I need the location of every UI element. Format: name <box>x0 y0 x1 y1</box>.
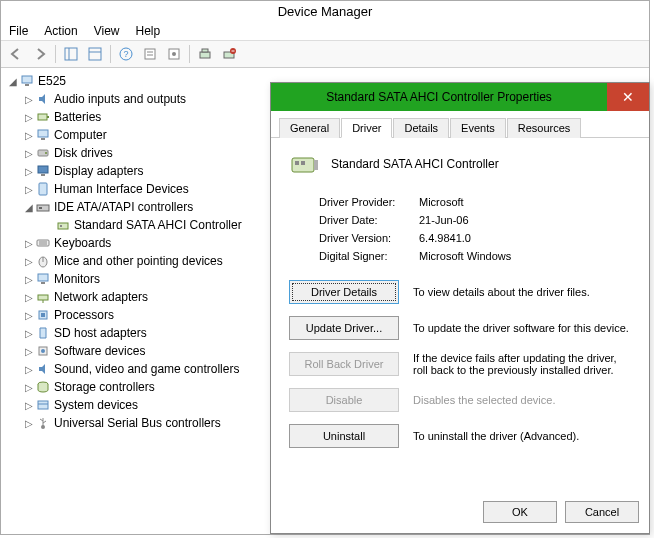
forward-icon[interactable] <box>29 43 51 65</box>
tree-item[interactable]: ▷Software devices <box>3 342 279 360</box>
category-icon <box>35 109 51 125</box>
cancel-button[interactable]: Cancel <box>565 501 639 523</box>
collapse-icon[interactable]: ◢ <box>23 202 35 213</box>
tree-item[interactable]: ▷Sound, video and game controllers <box>3 360 279 378</box>
dialog-titlebar[interactable]: Standard SATA AHCI Controller Properties… <box>271 83 649 111</box>
uninstall-hardware-icon[interactable] <box>218 43 240 65</box>
tab-resources[interactable]: Resources <box>507 118 582 138</box>
menu-action[interactable]: Action <box>44 24 77 38</box>
ok-button[interactable]: OK <box>483 501 557 523</box>
disable-desc: Disables the selected device. <box>413 394 631 406</box>
tree-item[interactable]: ▷Audio inputs and outputs <box>3 90 279 108</box>
svg-rect-11 <box>200 52 210 58</box>
expand-icon[interactable]: ▷ <box>23 364 35 375</box>
tab-strip: General Driver Details Events Resources <box>271 111 649 138</box>
computer-icon <box>19 73 35 89</box>
svg-rect-51 <box>301 161 305 165</box>
expand-icon[interactable]: ▷ <box>23 256 35 267</box>
tree-item[interactable]: ▷Display adapters <box>3 162 279 180</box>
properties-icon[interactable] <box>163 43 185 65</box>
menu-file[interactable]: File <box>9 24 28 38</box>
menu-help[interactable]: Help <box>136 24 161 38</box>
expand-icon[interactable]: ▷ <box>23 400 35 411</box>
tree-item-label: Network adapters <box>54 290 148 304</box>
tab-events[interactable]: Events <box>450 118 506 138</box>
tree-item-label: System devices <box>54 398 138 412</box>
menubar: File Action View Help <box>1 22 649 41</box>
menu-view[interactable]: View <box>94 24 120 38</box>
tab-details[interactable]: Details <box>393 118 449 138</box>
expand-icon[interactable]: ▷ <box>23 346 35 357</box>
tree-item-label: Batteries <box>54 110 101 124</box>
tree-item-label: Keyboards <box>54 236 111 250</box>
rollback-driver-desc: If the device fails after updating the d… <box>413 352 631 376</box>
expand-icon[interactable]: ▷ <box>23 310 35 321</box>
expand-icon[interactable]: ▷ <box>23 166 35 177</box>
tree-item[interactable]: ▷Processors <box>3 306 279 324</box>
tab-driver[interactable]: Driver <box>341 118 392 138</box>
svg-rect-52 <box>314 160 318 170</box>
svg-point-23 <box>45 152 47 154</box>
svg-rect-6 <box>145 49 155 59</box>
back-icon[interactable] <box>5 43 27 65</box>
expand-icon[interactable]: ▷ <box>23 238 35 249</box>
window-title: Device Manager <box>1 1 649 22</box>
tree-item[interactable]: ◢IDE ATA/ATAPI controllers <box>3 198 279 216</box>
tree-item-label: Disk drives <box>54 146 113 160</box>
tree-item[interactable]: Standard SATA AHCI Controller <box>3 216 279 234</box>
expand-icon[interactable]: ▷ <box>23 112 35 123</box>
tree-item[interactable]: ▷Network adapters <box>3 288 279 306</box>
device-icon <box>55 217 71 233</box>
svg-rect-16 <box>22 76 32 83</box>
driver-details-button[interactable]: Driver Details <box>289 280 399 304</box>
category-icon <box>35 397 51 413</box>
show-hide-icon[interactable] <box>60 43 82 65</box>
proplist-icon[interactable] <box>139 43 161 65</box>
svg-rect-19 <box>47 116 49 118</box>
category-icon <box>35 91 51 107</box>
device-card-icon <box>289 148 321 180</box>
expand-icon[interactable]: ▷ <box>23 274 35 285</box>
detail-icon[interactable] <box>84 43 106 65</box>
category-icon <box>35 325 51 341</box>
tree-item-label: Software devices <box>54 344 145 358</box>
collapse-icon[interactable]: ◢ <box>7 76 19 87</box>
category-icon <box>35 181 51 197</box>
tree-item[interactable]: ▷Universal Serial Bus controllers <box>3 414 279 432</box>
tree-item[interactable]: ▷Computer <box>3 126 279 144</box>
tree-item[interactable]: ▷System devices <box>3 396 279 414</box>
tree-item-label: Standard SATA AHCI Controller <box>74 218 242 232</box>
tree-item[interactable]: ▷Mice and other pointing devices <box>3 252 279 270</box>
expand-icon[interactable]: ▷ <box>23 184 35 195</box>
tab-general[interactable]: General <box>279 118 340 138</box>
close-icon[interactable]: ✕ <box>607 83 649 111</box>
expand-icon[interactable]: ▷ <box>23 292 35 303</box>
update-driver-button[interactable]: Update Driver... <box>289 316 399 340</box>
tree-item-label: Monitors <box>54 272 100 286</box>
expand-icon[interactable]: ▷ <box>23 418 35 429</box>
tree-item[interactable]: ▷Keyboards <box>3 234 279 252</box>
device-tree[interactable]: ◢ E525 ▷Audio inputs and outputs▷Batteri… <box>1 68 281 533</box>
tree-item[interactable]: ▷Storage controllers <box>3 378 279 396</box>
uninstall-button[interactable]: Uninstall <box>289 424 399 448</box>
svg-rect-25 <box>41 174 45 176</box>
expand-icon[interactable]: ▷ <box>23 148 35 159</box>
scan-hardware-icon[interactable] <box>194 43 216 65</box>
date-value: 21-Jun-06 <box>419 214 469 226</box>
tree-item[interactable]: ▷Batteries <box>3 108 279 126</box>
tree-item[interactable]: ▷Disk drives <box>3 144 279 162</box>
help-icon[interactable]: ? <box>115 43 137 65</box>
provider-value: Microsoft <box>419 196 464 208</box>
tree-item[interactable]: ▷SD host adapters <box>3 324 279 342</box>
category-icon <box>35 253 51 269</box>
expand-icon[interactable]: ▷ <box>23 382 35 393</box>
svg-rect-2 <box>89 48 101 60</box>
tree-item[interactable]: ▷Human Interface Devices <box>3 180 279 198</box>
tree-item-label: Processors <box>54 308 114 322</box>
expand-icon[interactable]: ▷ <box>23 328 35 339</box>
expand-icon[interactable]: ▷ <box>23 94 35 105</box>
tree-root[interactable]: ◢ E525 <box>3 72 279 90</box>
tree-item[interactable]: ▷Monitors <box>3 270 279 288</box>
expand-icon[interactable]: ▷ <box>23 130 35 141</box>
update-driver-desc: To update the driver software for this d… <box>413 322 631 334</box>
